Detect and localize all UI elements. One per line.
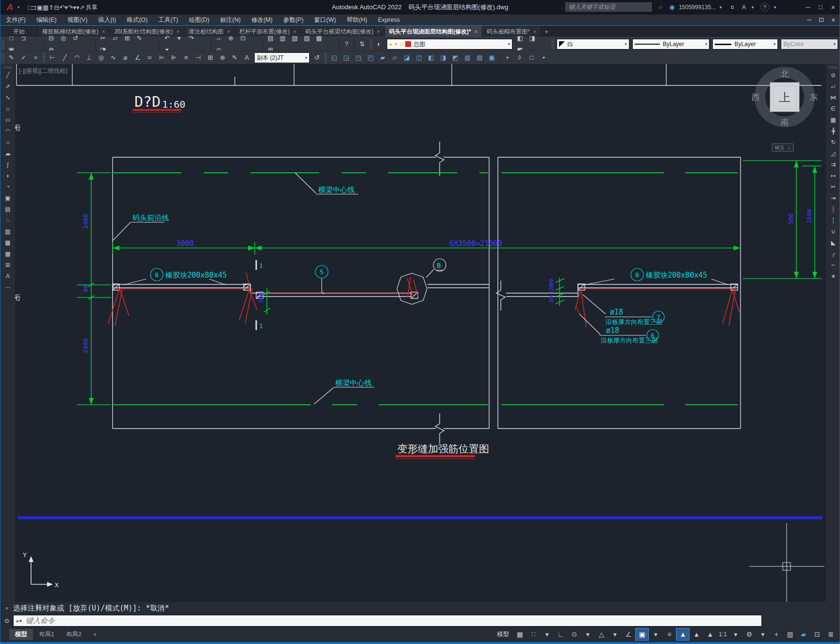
dim-baseline-icon[interactable]: ⊨ (156, 52, 168, 64)
command-input[interactable] (25, 616, 761, 626)
array-icon[interactable]: ▦ (827, 115, 840, 126)
dim-jogged-icon[interactable]: ∿ (107, 52, 119, 64)
live-section-icon[interactable]: ▪ (538, 52, 550, 64)
app-logo-caret-icon[interactable]: ▾ (16, 5, 21, 10)
polyline-icon[interactable]: ∿ (1, 92, 14, 103)
scale-caret-icon[interactable]: ▾ (729, 628, 742, 641)
shell-icon[interactable]: ◨ (437, 52, 449, 64)
undo-icon[interactable]: ↶ (59, 4, 65, 11)
minimize-button[interactable]: ─ (802, 0, 814, 15)
menu-item[interactable]: 工具(T) (153, 17, 183, 23)
dim-joint-120[interactable]: 120 (548, 284, 555, 294)
extrude-faces-icon[interactable]: ◰ (364, 52, 377, 64)
dim-diameter-icon[interactable]: ⌀ (119, 52, 132, 64)
menu-item[interactable]: 标注(N) (215, 17, 246, 23)
doc-close-button[interactable]: × (827, 14, 840, 26)
mirror-icon[interactable]: ⋈ (827, 92, 840, 103)
viewcube-south[interactable]: 南 (781, 117, 789, 127)
dim-arc-length-icon[interactable]: ◠ (71, 52, 83, 64)
linetype-combo[interactable]: ByLayer ▾ (632, 39, 710, 50)
note-three-layers[interactable]: 沿板厚方向布置三层 (606, 318, 662, 326)
dim-quick-icon[interactable]: ≍ (144, 52, 156, 64)
dim-continue-icon[interactable]: ⊫ (168, 52, 180, 64)
account-icon[interactable]: ◉ (666, 0, 678, 15)
stretch-icon[interactable]: ⇉ (827, 159, 840, 170)
wcs-caret-icon[interactable]: ▾ (788, 146, 790, 150)
viewcube-west[interactable]: 西 (752, 92, 760, 102)
separate-icon[interactable]: ▥ (461, 52, 474, 64)
spell-check-icon[interactable]: ✓ (17, 52, 30, 64)
multiline-text-icon[interactable]: A (1, 271, 14, 282)
fillet-icon[interactable]: ╭ (827, 248, 840, 260)
line-icon[interactable]: ╱ (1, 70, 14, 81)
text-scale-icon[interactable]: ≈ (30, 52, 42, 64)
ellipse-icon[interactable]: ◗ (1, 170, 14, 182)
layout-tab-layout2[interactable]: 布局2 (60, 629, 87, 640)
menu-item[interactable]: 格式(O) (121, 17, 153, 23)
dim-style-caret-icon[interactable]: ▾ (305, 55, 307, 60)
annotation-scale-value[interactable]: 1:1 (717, 629, 729, 639)
annotation-visibility-icon[interactable]: ▲ (676, 628, 690, 641)
polar-tracking-icon[interactable]: ⊙ (567, 628, 581, 641)
match-properties-icon[interactable]: ✎ (133, 33, 146, 44)
revision-cloud-icon[interactable]: ☁ (1, 148, 14, 159)
command-input-field[interactable]: ▸▾ (13, 615, 762, 627)
viewcube-top-face[interactable]: 上 (779, 91, 791, 104)
doc-tab-active[interactable]: 码头平台现浇面层结构图(修改)*× (385, 26, 482, 37)
maximize-button[interactable]: □ (815, 0, 826, 15)
point-icon[interactable]: ∴ (1, 215, 14, 226)
make-block-icon[interactable]: ▤ (1, 204, 14, 215)
grid-icon[interactable]: ▦ (513, 628, 527, 641)
menu-item[interactable]: 文件(F) (0, 17, 31, 23)
account-caret-icon[interactable]: ▾ (718, 0, 724, 15)
dim-left-top[interactable]: 2400 (82, 214, 89, 229)
dim-21000[interactable]: 6X3500=21000 (449, 239, 502, 248)
isolate-objects-icon[interactable]: ▥ (783, 628, 797, 641)
dim-tolerance-icon[interactable]: ⊞ (204, 52, 216, 64)
dim-ordinate-icon[interactable]: ⊥ (83, 52, 95, 64)
trim-icon[interactable]: ✂ (827, 182, 840, 193)
share-label[interactable]: 共享 (85, 3, 97, 12)
menu-item[interactable]: 参数(P) (278, 17, 309, 23)
ellipse-arc-icon[interactable]: ◔ (1, 182, 14, 193)
lineweight-display-icon[interactable]: ≡ (662, 628, 676, 641)
menu-item[interactable]: 插入(I) (93, 17, 121, 23)
save-as-icon[interactable]: ▦ (43, 4, 49, 11)
save-icon[interactable]: ▣ (37, 4, 43, 11)
circle-icon[interactable]: ○ (1, 137, 14, 148)
search-icon[interactable]: ○ (655, 0, 666, 15)
break-at-point-icon[interactable]: ┆ (827, 204, 840, 215)
export-icon[interactable]: ⇑ (49, 4, 54, 11)
intersect-icon[interactable]: ◳ (352, 52, 364, 64)
dim-linear-icon[interactable]: ⊢ (47, 52, 59, 64)
dim-text-edit-icon[interactable]: A (241, 52, 253, 64)
copy-icon[interactable]: ▱ (827, 81, 840, 92)
annotation-monitor-icon[interactable]: + (770, 628, 783, 641)
osnap-caret-icon[interactable]: ▾ (649, 628, 662, 641)
polygon-icon[interactable]: ⌂ (1, 103, 14, 115)
annotation-autoscale-icon[interactable]: ▲ (690, 628, 703, 641)
table-icon[interactable]: ⊞ (1, 260, 14, 271)
move-faces-icon[interactable]: ▰ (377, 52, 389, 64)
region-icon[interactable]: ▦ (1, 248, 14, 260)
delete-faces-icon[interactable]: ◪ (401, 52, 413, 64)
text-edit-icon[interactable]: ✎ (5, 52, 17, 64)
new-icon[interactable]: □ (5, 33, 17, 44)
help-icon[interactable]: ? (760, 3, 769, 12)
clean-screen-icon[interactable]: ⊡ (810, 628, 824, 641)
dim-angular-icon[interactable]: ∠ (132, 52, 144, 64)
close-command-icon[interactable]: × (0, 605, 13, 612)
open-icon[interactable]: ⊐ (32, 4, 37, 11)
graphics-performance-icon[interactable]: ▰ (797, 628, 810, 641)
color-faces-icon[interactable]: ◧ (425, 52, 437, 64)
union-icon[interactable]: ◱ (328, 52, 340, 64)
menu-item[interactable]: 编辑(E) (31, 17, 62, 23)
layout-tab-layout1[interactable]: 布局1 (33, 629, 60, 640)
share-icon[interactable]: ⇗ (80, 4, 85, 11)
color-combo-caret-icon[interactable]: ▾ (625, 42, 627, 47)
pan-icon[interactable]: ↔ (213, 33, 225, 44)
new-layout-button[interactable]: + (87, 630, 102, 640)
snap-caret-icon[interactable]: ▾ (540, 628, 554, 641)
join-icon[interactable]: ∪ (827, 226, 840, 237)
close-tab-icon[interactable]: × (475, 29, 478, 34)
